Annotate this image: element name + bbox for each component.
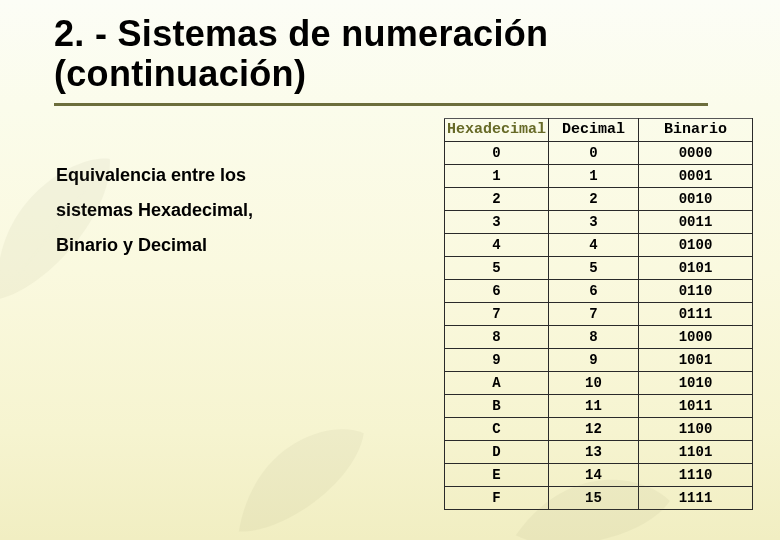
cell-dec: 8 <box>549 325 639 348</box>
cell-hex: 2 <box>445 187 549 210</box>
caption-block: Equivalencia entre los sistemas Hexadeci… <box>56 122 422 540</box>
table-row: A101010 <box>445 371 753 394</box>
table-row: F151111 <box>445 486 753 509</box>
cell-dec: 1 <box>549 164 639 187</box>
table-wrap: Hexadecimal Decimal Binario 000000110001… <box>444 118 753 540</box>
table-body: 0000001100012200103300114401005501016601… <box>445 141 753 509</box>
cell-bin: 0101 <box>639 256 753 279</box>
cell-dec: 12 <box>549 417 639 440</box>
cell-hex: 0 <box>445 141 549 164</box>
cell-hex: B <box>445 394 549 417</box>
col-header-bin: Binario <box>639 118 753 141</box>
cell-dec: 6 <box>549 279 639 302</box>
table-row: 991001 <box>445 348 753 371</box>
cell-dec: 15 <box>549 486 639 509</box>
cell-bin: 0100 <box>639 233 753 256</box>
table-row: 440100 <box>445 233 753 256</box>
cell-bin: 1100 <box>639 417 753 440</box>
table-row: E141110 <box>445 463 753 486</box>
title-underline <box>54 103 708 106</box>
cell-bin: 1110 <box>639 463 753 486</box>
cell-dec: 7 <box>549 302 639 325</box>
cell-dec: 5 <box>549 256 639 279</box>
cell-hex: 5 <box>445 256 549 279</box>
equivalence-table: Hexadecimal Decimal Binario 000000110001… <box>444 118 753 510</box>
cell-hex: D <box>445 440 549 463</box>
cell-hex: 4 <box>445 233 549 256</box>
slide-title-line1: 2. - Sistemas de numeración <box>54 14 780 54</box>
slide-title-line2: (continuación) <box>54 54 780 94</box>
table-row: B111011 <box>445 394 753 417</box>
cell-hex: C <box>445 417 549 440</box>
cell-dec: 10 <box>549 371 639 394</box>
cell-bin: 1000 <box>639 325 753 348</box>
table-row: 000000 <box>445 141 753 164</box>
table-row: 220010 <box>445 187 753 210</box>
cell-dec: 11 <box>549 394 639 417</box>
cell-bin: 1011 <box>639 394 753 417</box>
cell-dec: 9 <box>549 348 639 371</box>
col-header-hex: Hexadecimal <box>445 118 549 141</box>
cell-bin: 1101 <box>639 440 753 463</box>
slide: 2. - Sistemas de numeración (continuació… <box>0 0 780 540</box>
cell-bin: 0110 <box>639 279 753 302</box>
col-header-dec: Decimal <box>549 118 639 141</box>
cell-dec: 0 <box>549 141 639 164</box>
cell-bin: 0010 <box>639 187 753 210</box>
table-row: D131101 <box>445 440 753 463</box>
cell-dec: 4 <box>549 233 639 256</box>
cell-hex: F <box>445 486 549 509</box>
cell-hex: 9 <box>445 348 549 371</box>
table-row: 660110 <box>445 279 753 302</box>
cell-bin: 1010 <box>639 371 753 394</box>
table-row: 881000 <box>445 325 753 348</box>
cell-bin: 0111 <box>639 302 753 325</box>
cell-dec: 2 <box>549 187 639 210</box>
caption-line: sistemas Hexadecimal, <box>56 193 422 228</box>
caption-line: Equivalencia entre los <box>56 158 422 193</box>
table-header-row: Hexadecimal Decimal Binario <box>445 118 753 141</box>
cell-bin: 0011 <box>639 210 753 233</box>
cell-hex: 8 <box>445 325 549 348</box>
cell-dec: 13 <box>549 440 639 463</box>
caption-line: Binario y Decimal <box>56 228 422 263</box>
table-row: 770111 <box>445 302 753 325</box>
table-row: 550101 <box>445 256 753 279</box>
cell-hex: A <box>445 371 549 394</box>
cell-hex: E <box>445 463 549 486</box>
cell-bin: 0000 <box>639 141 753 164</box>
cell-bin: 1001 <box>639 348 753 371</box>
cell-dec: 3 <box>549 210 639 233</box>
cell-bin: 0001 <box>639 164 753 187</box>
cell-hex: 7 <box>445 302 549 325</box>
table-row: 330011 <box>445 210 753 233</box>
cell-hex: 6 <box>445 279 549 302</box>
table-row: C121100 <box>445 417 753 440</box>
slide-body: Equivalencia entre los sistemas Hexadeci… <box>0 106 780 540</box>
title-block: 2. - Sistemas de numeración (continuació… <box>0 0 780 106</box>
table-row: 110001 <box>445 164 753 187</box>
cell-dec: 14 <box>549 463 639 486</box>
cell-bin: 1111 <box>639 486 753 509</box>
cell-hex: 3 <box>445 210 549 233</box>
cell-hex: 1 <box>445 164 549 187</box>
